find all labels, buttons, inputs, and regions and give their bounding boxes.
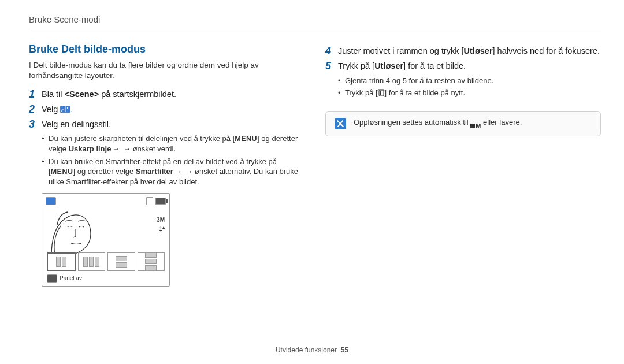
step-5-number: 5 (325, 61, 338, 72)
step-4-post: ] halvveis ned for å fokusere. (493, 46, 600, 55)
memory-card-icon (146, 197, 153, 205)
mode-icon (46, 197, 56, 205)
battery-icon (155, 198, 166, 205)
layout-option-3 (107, 252, 135, 271)
step-4: 4 Juster motivet i rammen og trykk [Utlø… (325, 46, 601, 57)
flash-indicator: ‡ᴬ (157, 225, 165, 234)
note-pre: Oppløsningen settes automatisk til (354, 118, 470, 127)
trash-icon (378, 88, 385, 96)
divider (29, 29, 601, 29)
face-line-art (48, 207, 95, 257)
resolution-indicator: 3M (157, 216, 165, 225)
step-3a-bold: Uskarp linje (69, 144, 112, 153)
layout-option-2 (78, 252, 106, 271)
menu-key: MENU (235, 135, 257, 143)
step-1-post: på startskjermbildet. (99, 90, 176, 99)
step-3b-bold: Smartfilter (136, 167, 173, 176)
step-3-sub-a: Du kan justere skarpheten til delelinjen… (42, 133, 304, 154)
camera-screen-illustration: 3M ‡ᴬ (42, 193, 170, 287)
step-2-tail: . (70, 105, 73, 114)
split-picture-icon (60, 105, 70, 112)
footer-section: Utvidede funksjoner (276, 346, 337, 354)
step-5b-post: ] for å ta et bilde på nytt. (385, 88, 465, 97)
step-3a-pre: Du kan justere skarpheten til delelinjen… (49, 134, 235, 143)
step-1: 1 Bla til <Scene> på startskjermbildet. (29, 89, 304, 101)
info-icon (334, 117, 347, 130)
ok-button-icon (47, 274, 57, 283)
arrow-icon: → (111, 144, 121, 153)
step-3-main: Velg en delingsstil. (42, 119, 304, 131)
step-5-sub-a: Gjenta trinn 4 og 5 for å ta resten av b… (338, 76, 601, 86)
page-number: 55 (341, 346, 348, 354)
layout-option-4 (138, 252, 165, 271)
step-5-pre: Trykk på [ (338, 61, 374, 70)
step-3a-post: → ønsket verdi. (121, 144, 176, 153)
step-1-number: 1 (29, 89, 42, 101)
panel-off-label: Panel av (60, 274, 82, 283)
layout-option-1 (47, 252, 76, 271)
step-1-scene: <Scene> (65, 90, 99, 99)
left-column: Bruke Delt bilde-modus I Delt bilde-modu… (29, 42, 304, 287)
resolution-icon: M (470, 122, 481, 131)
intro-text: I Delt bilde-modus kan du ta flere bilde… (29, 60, 304, 81)
note-res: M (476, 122, 481, 131)
step-5-post: ] for å ta et bilde. (403, 61, 466, 70)
section-title: Bruke Delt bilde-modus (29, 42, 304, 56)
arrow-icon: → (173, 167, 183, 176)
page-footer: Utvidede funksjoner 55 (0, 346, 624, 355)
step-4-number: 4 (325, 46, 338, 57)
step-2-main: Velg (42, 105, 60, 114)
step-5: 5 Trykk på [Utløser] for å ta et bilde. (325, 61, 601, 72)
menu-key: MENU (51, 168, 73, 176)
step-3: 3 Velg en delingsstil. (29, 119, 304, 131)
note-callout: Oppløsningen settes automatisk til M ell… (325, 111, 601, 136)
step-3-number: 3 (29, 119, 42, 131)
step-4-pre: Juster motivet i rammen og trykk [ (338, 46, 464, 55)
step-1-pre: Bla til (42, 90, 65, 99)
step-5-bold: Utløser (374, 61, 403, 70)
running-head: Bruke Scene-modi (29, 14, 601, 25)
right-column: 4 Juster motivet i rammen og trykk [Utlø… (325, 42, 601, 287)
step-5b-pre: Trykk på [ (345, 88, 378, 97)
note-post: eller lavere. (481, 118, 522, 127)
svg-rect-4 (378, 90, 384, 91)
step-5-sub-b: Trykk på [ ] for å ta et bilde på nytt. (338, 88, 601, 98)
svg-rect-3 (379, 90, 384, 96)
svg-point-2 (67, 107, 68, 109)
step-3b-mid: ] og deretter velge (73, 167, 135, 176)
layout-panels (47, 252, 165, 271)
step-2: 2 Velg . (29, 104, 304, 116)
step-4-bold: Utløser (464, 46, 493, 55)
step-3-sub-b: Du kan bruke en Smartfilter-effekt på en… (42, 157, 304, 187)
step-2-number: 2 (29, 104, 42, 116)
